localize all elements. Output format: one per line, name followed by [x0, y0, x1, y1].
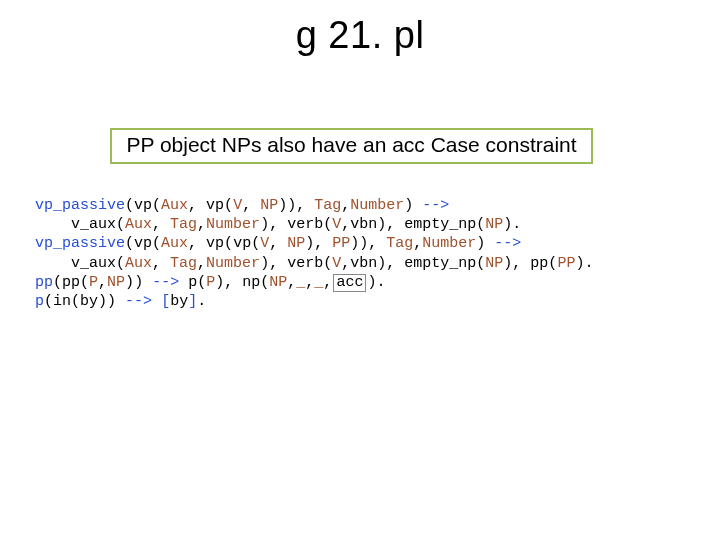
sym-arrow: --> — [116, 293, 152, 310]
tok-emptynp: empty_np — [404, 216, 476, 233]
var-np: NP — [287, 235, 305, 252]
indent — [35, 216, 71, 233]
sym-rp: ) — [260, 255, 269, 272]
sym-lb: [ — [161, 293, 170, 310]
sym-commat: , — [197, 216, 206, 233]
sym-lp: ( — [44, 293, 53, 310]
sym-arrow: --> — [143, 274, 179, 291]
sym-rp: ) — [404, 197, 413, 214]
sym-lp: ( — [53, 274, 62, 291]
sym-rp: ) — [377, 255, 386, 272]
sym-rp: ) — [107, 293, 116, 310]
sym-comma: , — [386, 255, 404, 272]
sym-comma: , — [269, 216, 287, 233]
sym-comma: , — [386, 216, 404, 233]
tok-vaux: v_aux — [71, 216, 116, 233]
var-np: NP — [260, 197, 278, 214]
sym-comma: , — [296, 197, 314, 214]
sym-commat: , — [341, 255, 350, 272]
sym-comma: , — [224, 274, 242, 291]
tok-verb: verb — [287, 255, 323, 272]
atom-by: by — [80, 293, 98, 310]
tok-verb: verb — [287, 216, 323, 233]
sym-lp: ( — [197, 274, 206, 291]
var-number: Number — [206, 216, 260, 233]
sym-comma: , — [269, 235, 287, 252]
var-aux: Aux — [125, 255, 152, 272]
var-number: Number — [422, 235, 476, 252]
var-np: NP — [485, 216, 503, 233]
atom-vbn: vbn — [350, 216, 377, 233]
sym-comma: , — [152, 255, 170, 272]
var-number: Number — [206, 255, 260, 272]
sym-comma: , — [314, 235, 332, 252]
var-aux: Aux — [161, 197, 188, 214]
sym-comma: , — [188, 197, 206, 214]
var-number: Number — [350, 197, 404, 214]
sym-rp: ) — [476, 235, 485, 252]
tok-vp: vp — [206, 235, 224, 252]
sym-commat: , — [98, 274, 107, 291]
tok-p: p — [35, 293, 44, 310]
var-v: V — [332, 216, 341, 233]
sym-lp: ( — [476, 216, 485, 233]
sym-rp: ) — [503, 216, 512, 233]
var-tag: Tag — [314, 197, 341, 214]
sym-dot: . — [197, 293, 206, 310]
caption-box: PP object NPs also have an acc Case cons… — [110, 128, 593, 164]
var-us: _ — [296, 274, 305, 291]
sym-lp: ( — [80, 274, 89, 291]
tok-vp: vp — [233, 235, 251, 252]
sym-lp: ( — [125, 235, 134, 252]
sym-rp: ) — [98, 293, 107, 310]
sym-dot: . — [512, 216, 521, 233]
sym-rp: ) — [287, 197, 296, 214]
atom-vbn: vbn — [350, 255, 377, 272]
var-np: NP — [107, 274, 125, 291]
indent — [35, 255, 71, 272]
var-v: V — [233, 197, 242, 214]
var-us: _ — [314, 274, 323, 291]
var-np: NP — [269, 274, 287, 291]
var-tag: Tag — [386, 235, 413, 252]
atom-by: by — [170, 293, 188, 310]
sym-commat: , — [323, 274, 332, 291]
sym-lp: ( — [71, 293, 80, 310]
tok-pp: pp — [62, 274, 80, 291]
sym-lp: ( — [224, 235, 233, 252]
sym-lp: ( — [116, 216, 125, 233]
sym-rp: ) — [215, 274, 224, 291]
tok-np: np — [242, 274, 260, 291]
sym-arrow: --> — [485, 235, 521, 252]
var-tag: Tag — [170, 216, 197, 233]
tok-vp_passive: vp_passive — [35, 197, 125, 214]
sym-rp: ) — [125, 274, 134, 291]
sym-rp: ) — [377, 216, 386, 233]
sym-lp: ( — [251, 235, 260, 252]
sym-lp: ( — [152, 197, 161, 214]
sym-comma: , — [242, 197, 260, 214]
sym-commat: , — [341, 216, 350, 233]
slide-title: g 21. pl — [0, 14, 720, 57]
var-p: P — [206, 274, 215, 291]
sym-arrow: --> — [413, 197, 449, 214]
sym-comma: , — [368, 235, 386, 252]
sym-lp: ( — [152, 235, 161, 252]
sym-commat: , — [413, 235, 422, 252]
sym-comma: , — [152, 216, 170, 233]
sym-rp: ) — [260, 216, 269, 233]
var-pp: PP — [332, 235, 350, 252]
var-np: NP — [485, 255, 503, 272]
sym-rp: ) — [503, 255, 512, 272]
sym-rp: ) — [134, 274, 143, 291]
sym-dot: . — [376, 274, 385, 291]
sym-rp: ) — [305, 235, 314, 252]
sym-commat: , — [197, 255, 206, 272]
sym-rp: ) — [350, 235, 359, 252]
var-tag: Tag — [170, 255, 197, 272]
caption-text: PP object NPs also have an acc Case cons… — [126, 133, 576, 156]
tok-emptynp: empty_np — [404, 255, 476, 272]
sym-comma: , — [269, 255, 287, 272]
tok-vp: vp — [206, 197, 224, 214]
sym-lp: ( — [116, 255, 125, 272]
